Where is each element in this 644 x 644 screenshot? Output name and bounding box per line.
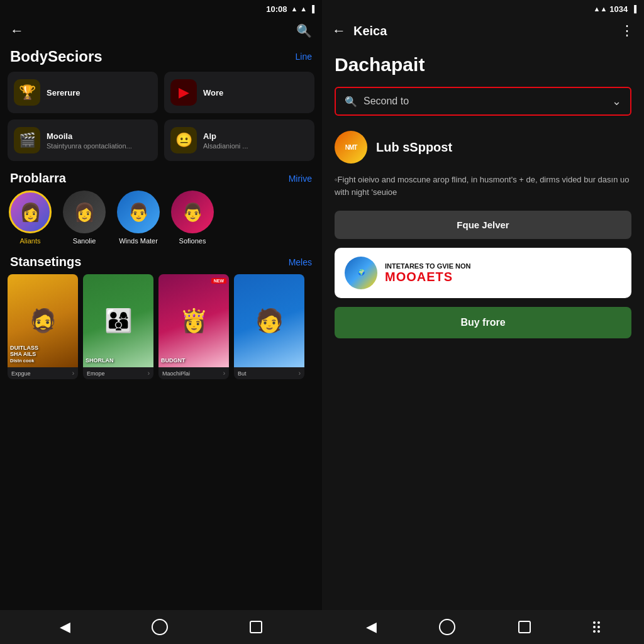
profile-aliants[interactable]: 👩 Aliants (8, 191, 53, 245)
more-menu-button[interactable]: ⋮ (620, 23, 634, 39)
avatar-sanolie: 👩 (63, 191, 106, 233)
card-sub-mooila: Staintyunra opontacliation... (47, 142, 132, 150)
search-button-left[interactable]: 🔍 (296, 23, 312, 38)
profile-name-sofiones: Sofiones (179, 237, 206, 245)
card-mooila[interactable]: 🎬 Mooila Staintyunra opontacliation... (8, 119, 158, 161)
problarr-link[interactable]: Mirive (289, 174, 312, 184)
card-icon-sererure: 🏆 (14, 79, 40, 106)
movie-footer-maochi: MaochiPlai › (158, 367, 229, 379)
nav-bar-left: ◀ (0, 610, 322, 644)
section-link-left[interactable]: Line (296, 52, 312, 62)
nav-dots-menu[interactable] (593, 621, 600, 633)
card-icon-alp: 😐 (170, 127, 197, 153)
nav-back-left[interactable]: ◀ (60, 619, 70, 635)
movie-label-but: But (238, 370, 247, 377)
result-name: Lub sSppost (376, 140, 452, 155)
partner-name: MOOAETS (385, 270, 621, 284)
movie-card-emope[interactable]: 👨‍👩‍👦 SHORLAN Emope › (83, 274, 153, 379)
card-sererure[interactable]: 🏆 Sererure (8, 72, 158, 113)
card-title-sererure: Sererure (47, 88, 80, 97)
nav-bar-right: ◀ (322, 610, 644, 644)
search-icon-right: 🔍 (345, 96, 357, 108)
result-item: NMT Lub sSppost (335, 131, 631, 164)
avatar-sofiones: 👨 (171, 191, 214, 233)
partner-logo-text: 🌍 (358, 270, 365, 276)
movie-footer-expgue: Expgue › (8, 367, 78, 379)
nav-back-right[interactable]: ◀ (366, 619, 377, 635)
nav-recents-right[interactable] (518, 621, 531, 633)
profile-winds-mater[interactable]: 👨 Winds Mater (116, 191, 161, 245)
wifi-icon-left: ▲ (300, 5, 307, 13)
movie-poster-maochi: 👸 BUDGNT NEW (158, 274, 229, 367)
buy-button[interactable]: Buy frore (335, 307, 631, 338)
avatar-winds-mater: 👨 (117, 191, 160, 233)
chevron-down-icon: ⌄ (612, 94, 621, 108)
battery-icon-left: ▐ (309, 5, 314, 13)
time-right: 1034 (609, 4, 628, 14)
section-header-left: BodySeciors Line (0, 44, 322, 72)
card-grid: 🏆 Sererure ▶ Wore 🎬 Mooila Staintyunra o… (0, 72, 322, 167)
poster-figure-expgue: 🧔 (29, 308, 57, 334)
card-title-alp: Alp (203, 131, 248, 141)
movie-footer-but: But › (234, 367, 304, 379)
partner-logo: 🌍 (345, 257, 377, 289)
stansetings-title: Stansetings (10, 255, 81, 269)
time-left: 10:08 (266, 4, 287, 14)
right-panel: ▲▲ 1034 ▐ ← Keica ⋮ Dachapait 🔍 Second t… (322, 0, 644, 644)
partner-card[interactable]: 🌍 INTETARES TO GVIE NON MOOAETS (335, 248, 631, 298)
movie-arrow-expgue: › (72, 370, 74, 377)
status-bar-right: ▲▲ 1034 ▐ (322, 0, 644, 18)
movie-label-maochi: MaochiPlai (162, 370, 190, 377)
search-box-right[interactable]: 🔍 Second to ⌄ (335, 87, 631, 116)
status-bar-left: 10:08 ▲ ▲ ▐ (0, 0, 322, 18)
movie-text-expgue: DUITLASSSHA AILSDistn cook (10, 345, 75, 364)
movie-text-maochi: BUDGNT (161, 357, 226, 364)
partner-info: INTETARES TO GVIE NON MOOAETS (385, 262, 621, 284)
card-sub-alp: Alsadianioni ... (203, 142, 248, 150)
movie-label-expgue: Expgue (11, 370, 31, 377)
movie-footer-emope: Emope › (83, 367, 153, 379)
poster-figure-maochi: 👸 (180, 308, 208, 334)
nav-home-left[interactable] (152, 619, 168, 635)
search-text-right: Second to (364, 96, 612, 107)
card-title-wore: Wore (203, 88, 223, 97)
left-panel: 10:08 ▲ ▲ ▐ ← 🔍 BodySeciors Line 🏆 Serer… (0, 0, 322, 644)
result-logo: NMT (335, 131, 367, 164)
card-wore[interactable]: ▶ Wore (164, 72, 314, 113)
profile-name-winds-mater: Winds Mater (119, 237, 158, 245)
gray-action-button[interactable]: Fque Jelver (335, 211, 631, 239)
profiles-row: 👩 Aliants 👩 Sanolie 👨 Winds Mater 👨 Sofi… (0, 191, 322, 253)
nav-home-right[interactable] (439, 619, 455, 635)
movie-card-expgue[interactable]: 🧔 DUITLASSSHA AILSDistn cook Expgue › (8, 274, 78, 379)
movies-row: 🧔 DUITLASSSHA AILSDistn cook Expgue › 👨‍… (0, 274, 322, 379)
movie-card-maochiplai[interactable]: 👸 BUDGNT NEW MaochiPlai › (158, 274, 229, 379)
profile-name-sanolie: Sanolie (73, 237, 96, 245)
movie-label-emope: Emope (87, 370, 105, 377)
battery-right: ▐ (631, 5, 636, 13)
movie-card-but[interactable]: 🧑 But › (234, 274, 304, 379)
back-button-left[interactable]: ← (10, 23, 24, 39)
card-text-wore: Wore (203, 88, 223, 97)
dachapait-title: Dachapait (335, 54, 631, 75)
profile-sofiones[interactable]: 👨 Sofiones (170, 191, 215, 245)
top-nav-left: ← 🔍 (0, 18, 322, 44)
movie-poster-emope: 👨‍👩‍👦 SHORLAN (83, 274, 153, 367)
movie-arrow-emope: › (148, 370, 150, 377)
poster-figure-but: 🧑 (255, 308, 284, 334)
back-button-right[interactable]: ← (332, 23, 346, 39)
result-description: ◦Fight oieivo and moscune arop flind, in… (335, 174, 631, 198)
card-icon-mooila: 🎬 (14, 127, 40, 153)
icon-signal-right: ▲▲ (594, 5, 608, 13)
status-icons-left: ▲ ▲ ▐ (291, 5, 314, 13)
stansetings-header: Stansetings Meles (0, 253, 322, 274)
movie-badge-maochi: NEW (211, 278, 226, 284)
problarr-header: Problarra Mirive (0, 167, 322, 191)
avatar-aliants: 👩 (9, 191, 52, 233)
movie-arrow-maochi: › (223, 370, 225, 377)
section-title-left: BodySeciors (10, 48, 103, 65)
stansetings-link[interactable]: Meles (289, 257, 312, 267)
card-alp[interactable]: 😐 Alp Alsadianioni ... (164, 119, 314, 161)
profile-name-aliants: Aliants (19, 237, 40, 245)
profile-sanolie[interactable]: 👩 Sanolie (62, 191, 107, 245)
nav-recents-left[interactable] (250, 621, 262, 633)
